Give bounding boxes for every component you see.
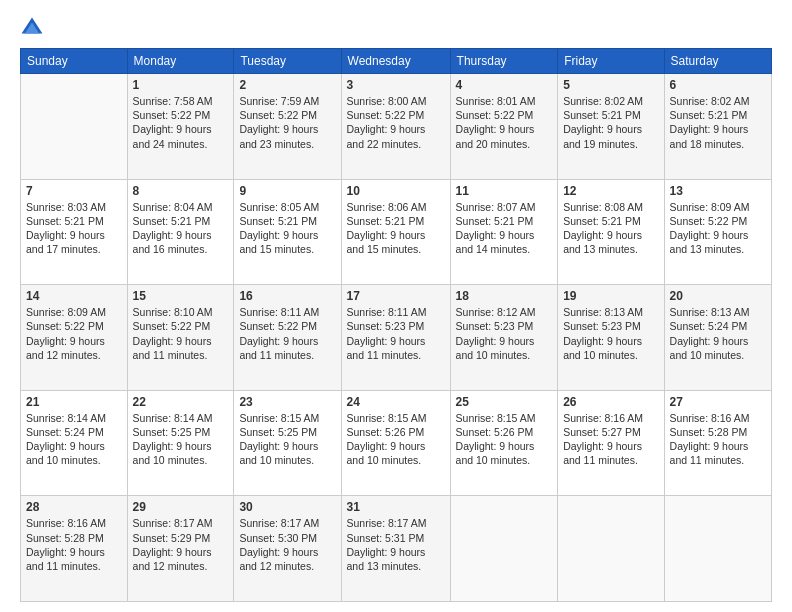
logo: [20, 16, 48, 40]
week-row-3: 14Sunrise: 8:09 AM Sunset: 5:22 PM Dayli…: [21, 285, 772, 391]
weekday-header-saturday: Saturday: [664, 49, 771, 74]
logo-icon: [20, 16, 44, 40]
day-number: 24: [347, 395, 445, 409]
day-number: 30: [239, 500, 335, 514]
header: [20, 16, 772, 40]
day-info: Sunrise: 8:13 AM Sunset: 5:24 PM Dayligh…: [670, 305, 766, 362]
calendar-cell: 11Sunrise: 8:07 AM Sunset: 5:21 PM Dayli…: [450, 179, 558, 285]
calendar-cell: 1Sunrise: 7:58 AM Sunset: 5:22 PM Daylig…: [127, 74, 234, 180]
calendar-cell: 29Sunrise: 8:17 AM Sunset: 5:29 PM Dayli…: [127, 496, 234, 602]
day-number: 5: [563, 78, 658, 92]
day-number: 3: [347, 78, 445, 92]
day-number: 23: [239, 395, 335, 409]
day-info: Sunrise: 8:11 AM Sunset: 5:23 PM Dayligh…: [347, 305, 445, 362]
calendar-cell: 5Sunrise: 8:02 AM Sunset: 5:21 PM Daylig…: [558, 74, 664, 180]
day-number: 20: [670, 289, 766, 303]
calendar-cell: 21Sunrise: 8:14 AM Sunset: 5:24 PM Dayli…: [21, 390, 128, 496]
calendar-cell: 19Sunrise: 8:13 AM Sunset: 5:23 PM Dayli…: [558, 285, 664, 391]
day-number: 27: [670, 395, 766, 409]
day-number: 31: [347, 500, 445, 514]
day-number: 11: [456, 184, 553, 198]
calendar-body: 1Sunrise: 7:58 AM Sunset: 5:22 PM Daylig…: [21, 74, 772, 602]
day-number: 18: [456, 289, 553, 303]
calendar-cell: 4Sunrise: 8:01 AM Sunset: 5:22 PM Daylig…: [450, 74, 558, 180]
day-number: 7: [26, 184, 122, 198]
calendar-cell: 3Sunrise: 8:00 AM Sunset: 5:22 PM Daylig…: [341, 74, 450, 180]
week-row-2: 7Sunrise: 8:03 AM Sunset: 5:21 PM Daylig…: [21, 179, 772, 285]
day-info: Sunrise: 8:16 AM Sunset: 5:28 PM Dayligh…: [670, 411, 766, 468]
day-info: Sunrise: 8:13 AM Sunset: 5:23 PM Dayligh…: [563, 305, 658, 362]
day-info: Sunrise: 8:01 AM Sunset: 5:22 PM Dayligh…: [456, 94, 553, 151]
calendar-cell: 28Sunrise: 8:16 AM Sunset: 5:28 PM Dayli…: [21, 496, 128, 602]
calendar-cell: [558, 496, 664, 602]
day-number: 21: [26, 395, 122, 409]
calendar-cell: [450, 496, 558, 602]
day-info: Sunrise: 8:15 AM Sunset: 5:26 PM Dayligh…: [456, 411, 553, 468]
day-number: 16: [239, 289, 335, 303]
day-info: Sunrise: 8:06 AM Sunset: 5:21 PM Dayligh…: [347, 200, 445, 257]
calendar-cell: 10Sunrise: 8:06 AM Sunset: 5:21 PM Dayli…: [341, 179, 450, 285]
calendar-cell: [664, 496, 771, 602]
day-info: Sunrise: 8:14 AM Sunset: 5:24 PM Dayligh…: [26, 411, 122, 468]
day-info: Sunrise: 8:09 AM Sunset: 5:22 PM Dayligh…: [670, 200, 766, 257]
calendar-cell: 27Sunrise: 8:16 AM Sunset: 5:28 PM Dayli…: [664, 390, 771, 496]
week-row-1: 1Sunrise: 7:58 AM Sunset: 5:22 PM Daylig…: [21, 74, 772, 180]
day-info: Sunrise: 7:58 AM Sunset: 5:22 PM Dayligh…: [133, 94, 229, 151]
day-number: 15: [133, 289, 229, 303]
calendar-cell: 20Sunrise: 8:13 AM Sunset: 5:24 PM Dayli…: [664, 285, 771, 391]
day-info: Sunrise: 8:16 AM Sunset: 5:27 PM Dayligh…: [563, 411, 658, 468]
day-number: 6: [670, 78, 766, 92]
calendar-cell: 13Sunrise: 8:09 AM Sunset: 5:22 PM Dayli…: [664, 179, 771, 285]
day-number: 14: [26, 289, 122, 303]
calendar-cell: 17Sunrise: 8:11 AM Sunset: 5:23 PM Dayli…: [341, 285, 450, 391]
calendar-cell: 26Sunrise: 8:16 AM Sunset: 5:27 PM Dayli…: [558, 390, 664, 496]
calendar-cell: 16Sunrise: 8:11 AM Sunset: 5:22 PM Dayli…: [234, 285, 341, 391]
calendar: SundayMondayTuesdayWednesdayThursdayFrid…: [20, 48, 772, 602]
day-number: 19: [563, 289, 658, 303]
calendar-cell: [21, 74, 128, 180]
day-info: Sunrise: 8:17 AM Sunset: 5:30 PM Dayligh…: [239, 516, 335, 573]
day-info: Sunrise: 8:02 AM Sunset: 5:21 PM Dayligh…: [563, 94, 658, 151]
day-number: 22: [133, 395, 229, 409]
day-info: Sunrise: 8:09 AM Sunset: 5:22 PM Dayligh…: [26, 305, 122, 362]
calendar-cell: 9Sunrise: 8:05 AM Sunset: 5:21 PM Daylig…: [234, 179, 341, 285]
weekday-header-tuesday: Tuesday: [234, 49, 341, 74]
day-number: 4: [456, 78, 553, 92]
calendar-cell: 12Sunrise: 8:08 AM Sunset: 5:21 PM Dayli…: [558, 179, 664, 285]
day-number: 17: [347, 289, 445, 303]
weekday-header-monday: Monday: [127, 49, 234, 74]
week-row-5: 28Sunrise: 8:16 AM Sunset: 5:28 PM Dayli…: [21, 496, 772, 602]
calendar-cell: 6Sunrise: 8:02 AM Sunset: 5:21 PM Daylig…: [664, 74, 771, 180]
page: SundayMondayTuesdayWednesdayThursdayFrid…: [0, 0, 792, 612]
day-number: 29: [133, 500, 229, 514]
day-info: Sunrise: 8:12 AM Sunset: 5:23 PM Dayligh…: [456, 305, 553, 362]
calendar-cell: 30Sunrise: 8:17 AM Sunset: 5:30 PM Dayli…: [234, 496, 341, 602]
day-number: 28: [26, 500, 122, 514]
day-info: Sunrise: 8:08 AM Sunset: 5:21 PM Dayligh…: [563, 200, 658, 257]
day-info: Sunrise: 8:02 AM Sunset: 5:21 PM Dayligh…: [670, 94, 766, 151]
day-info: Sunrise: 8:15 AM Sunset: 5:26 PM Dayligh…: [347, 411, 445, 468]
day-number: 1: [133, 78, 229, 92]
day-info: Sunrise: 8:17 AM Sunset: 5:29 PM Dayligh…: [133, 516, 229, 573]
day-info: Sunrise: 8:05 AM Sunset: 5:21 PM Dayligh…: [239, 200, 335, 257]
day-info: Sunrise: 7:59 AM Sunset: 5:22 PM Dayligh…: [239, 94, 335, 151]
weekday-header-sunday: Sunday: [21, 49, 128, 74]
weekday-header-wednesday: Wednesday: [341, 49, 450, 74]
day-number: 9: [239, 184, 335, 198]
calendar-cell: 23Sunrise: 8:15 AM Sunset: 5:25 PM Dayli…: [234, 390, 341, 496]
day-info: Sunrise: 8:10 AM Sunset: 5:22 PM Dayligh…: [133, 305, 229, 362]
weekday-row: SundayMondayTuesdayWednesdayThursdayFrid…: [21, 49, 772, 74]
day-number: 25: [456, 395, 553, 409]
week-row-4: 21Sunrise: 8:14 AM Sunset: 5:24 PM Dayli…: [21, 390, 772, 496]
day-info: Sunrise: 8:00 AM Sunset: 5:22 PM Dayligh…: [347, 94, 445, 151]
day-info: Sunrise: 8:16 AM Sunset: 5:28 PM Dayligh…: [26, 516, 122, 573]
calendar-cell: 7Sunrise: 8:03 AM Sunset: 5:21 PM Daylig…: [21, 179, 128, 285]
weekday-header-thursday: Thursday: [450, 49, 558, 74]
day-info: Sunrise: 8:15 AM Sunset: 5:25 PM Dayligh…: [239, 411, 335, 468]
day-number: 26: [563, 395, 658, 409]
day-info: Sunrise: 8:14 AM Sunset: 5:25 PM Dayligh…: [133, 411, 229, 468]
day-number: 12: [563, 184, 658, 198]
calendar-cell: 15Sunrise: 8:10 AM Sunset: 5:22 PM Dayli…: [127, 285, 234, 391]
calendar-cell: 14Sunrise: 8:09 AM Sunset: 5:22 PM Dayli…: [21, 285, 128, 391]
day-info: Sunrise: 8:04 AM Sunset: 5:21 PM Dayligh…: [133, 200, 229, 257]
